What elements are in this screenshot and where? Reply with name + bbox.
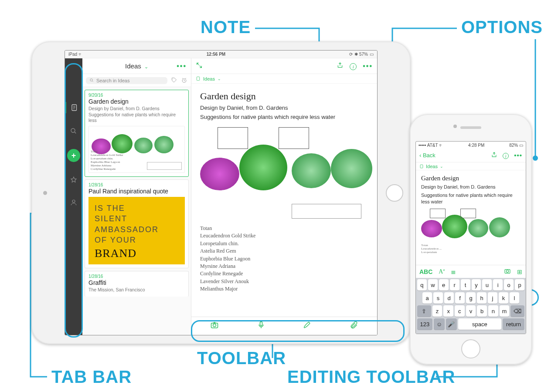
key-⇧[interactable]: ⇧ (417, 305, 431, 317)
audio-button[interactable] (257, 321, 265, 331)
share-button[interactable] (337, 62, 344, 71)
list-item-title: Garden design (88, 98, 185, 105)
key-⌫[interactable]: ⌫ (510, 305, 524, 317)
key-d[interactable]: d (444, 292, 454, 304)
key-q[interactable]: q (417, 279, 427, 291)
chevron-down-icon: ⌄ (218, 77, 221, 81)
key-b[interactable]: b (477, 305, 487, 317)
key-r[interactable]: r (450, 279, 459, 291)
svg-rect-15 (420, 165, 423, 168)
add-button[interactable]: ⊞ (517, 268, 522, 275)
format-button[interactable]: Aa (439, 268, 445, 275)
reminder-icon[interactable] (181, 77, 187, 84)
note-line: Design by Daniel, from D. Gardens (200, 105, 368, 111)
iphone-breadcrumb[interactable]: Ideas⌄ (416, 162, 526, 170)
sketch-button[interactable] (303, 321, 312, 331)
iphone-home-button[interactable] (461, 339, 480, 358)
tab-search[interactable] (69, 126, 78, 136)
search-input[interactable]: Search in Ideas (86, 77, 167, 84)
tab-shortcuts[interactable] (69, 175, 78, 185)
key-v[interactable]: v (466, 305, 476, 317)
iphone-note-body[interactable]: Garden design Design by Daniel, from D. … (416, 170, 526, 265)
note-handwriting: Totan Leucadendron Gold Strike Loropetal… (200, 225, 368, 293)
list-item[interactable]: 1/28/16 Paul Rand inspirational quote IS… (85, 179, 189, 268)
key-c[interactable]: c (455, 305, 465, 317)
keyboard: qwertyuiop asdfghjkl ⇧zxcvbnm⌫ 123 ☺ 🎤 s… (416, 278, 526, 334)
iphone-top-bar: ‹ Back i ••• (416, 149, 526, 162)
tab-add[interactable]: + (67, 149, 80, 162)
key-u[interactable]: u (482, 279, 492, 291)
camera-button[interactable] (504, 267, 511, 276)
note-bottom-toolbar (191, 317, 377, 335)
key-k[interactable]: k (499, 292, 508, 304)
chevron-down-icon: ⌄ (143, 64, 148, 69)
note-line: Design by Daniel, from D. Gardens (421, 184, 521, 190)
list-item-sub: Design by Daniel, from D. Gardens Sugges… (88, 106, 185, 124)
info-button[interactable]: i (350, 62, 357, 70)
search-icon (89, 78, 94, 83)
key-g[interactable]: g (466, 292, 476, 304)
key-a[interactable]: a (422, 292, 432, 304)
key-e[interactable]: e (439, 279, 449, 291)
attach-button[interactable] (350, 321, 358, 331)
key-numbers[interactable]: 123 (417, 318, 432, 330)
ipad-home-button[interactable] (386, 184, 403, 202)
status-left: iPad ᯤ (68, 52, 83, 57)
key-f[interactable]: f (455, 292, 465, 304)
key-return[interactable]: return (503, 318, 524, 330)
key-p[interactable]: p (515, 279, 524, 291)
tag-icon[interactable] (171, 77, 177, 84)
status-battery: 82% ▭ (509, 143, 523, 148)
ipad-device: iPad ᯤ 12:56 PM ⟳✱ 57%▭ + (31, 41, 411, 344)
svg-point-7 (71, 128, 75, 132)
key-emoji[interactable]: ☺ (434, 318, 445, 330)
options-button[interactable]: ••• (363, 62, 373, 70)
camera-icon (210, 321, 219, 329)
list-item-thumbnail: IS THE SILENT AMBASSADOR OF YOUR BRAND (88, 197, 185, 264)
key-mic[interactable]: 🎤 (446, 318, 457, 330)
info-icon: i (503, 153, 509, 159)
list-item[interactable]: 9/20/16 Garden design Design by Daniel, … (85, 90, 189, 177)
note-pane: i ••• Ideas ⌄ Garden design Design by Da… (191, 58, 377, 335)
iphone-screen: ••••• AT&T ᯤ 4:28 PM 82% ▭ ‹ Back i ••• … (415, 141, 526, 334)
svg-point-17 (506, 270, 508, 272)
callout-toolbar: TOOLBAR (197, 348, 286, 368)
key-x[interactable]: x (443, 305, 453, 317)
keyboard-row: qwertyuiop (417, 279, 524, 291)
key-t[interactable]: t (461, 279, 470, 291)
expand-button[interactable] (196, 62, 203, 71)
status-time: 4:28 PM (468, 143, 484, 148)
camera-button[interactable] (210, 321, 219, 331)
note-body[interactable]: Garden design Design by Daniel, from D. … (191, 84, 377, 317)
tab-account[interactable] (69, 198, 78, 207)
list-button[interactable]: ≣ (451, 268, 456, 275)
key-i[interactable]: i (493, 279, 503, 291)
list-item-date: 1/28/16 (88, 274, 185, 279)
key-space[interactable]: space (458, 318, 502, 330)
key-h[interactable]: h (477, 292, 487, 304)
mic-icon (257, 321, 265, 329)
abc-button[interactable]: ABC (419, 268, 432, 275)
info-button[interactable]: i (503, 152, 509, 159)
back-button[interactable]: ‹ Back (419, 152, 436, 159)
share-button[interactable] (491, 152, 497, 159)
svg-rect-14 (260, 322, 262, 326)
callout-editing-toolbar: EDITING TOOLBAR (287, 367, 455, 387)
key-z[interactable]: z (432, 305, 442, 317)
key-n[interactable]: n (488, 305, 498, 317)
list-more-button[interactable]: ••• (177, 62, 187, 70)
options-button[interactable]: ••• (514, 152, 522, 159)
note-breadcrumb[interactable]: Ideas ⌄ (191, 74, 377, 84)
list-title[interactable]: Ideas ⌄ (125, 62, 148, 70)
key-j[interactable]: j (488, 292, 497, 304)
callout-tabbar: TAB BAR (51, 367, 132, 387)
search-icon (70, 127, 78, 135)
key-l[interactable]: l (510, 292, 519, 304)
key-s[interactable]: s (433, 292, 443, 304)
key-o[interactable]: o (504, 279, 514, 291)
list-item[interactable]: 1/28/16 Graffiti The Mission, San Franci… (85, 271, 189, 297)
key-w[interactable]: w (428, 279, 438, 291)
key-y[interactable]: y (472, 279, 481, 291)
key-m[interactable]: m (500, 305, 510, 317)
tab-notes[interactable] (65, 102, 82, 113)
